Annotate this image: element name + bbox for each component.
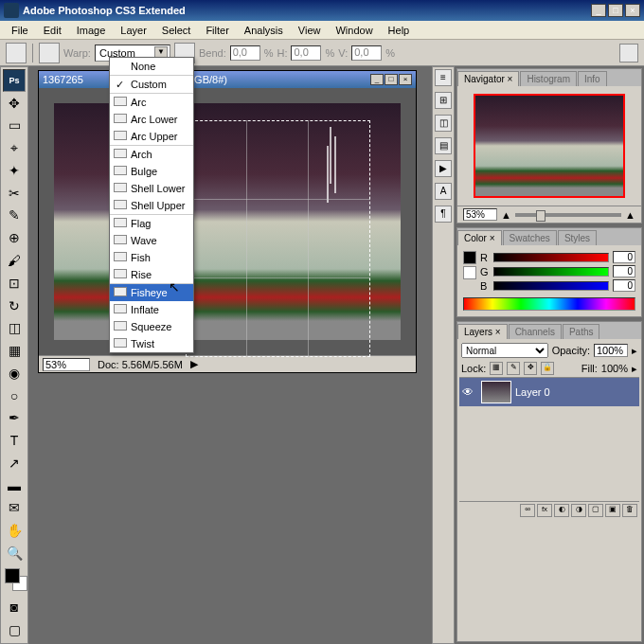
shape-tool[interactable]: ▬ xyxy=(3,474,26,497)
warp-fish[interactable]: Fish xyxy=(110,249,193,266)
warp-arc-upper[interactable]: Arc Upper xyxy=(110,128,193,146)
eyedropper-tool[interactable]: ✎ xyxy=(3,205,26,227)
menu-layer[interactable]: Layer xyxy=(113,23,154,38)
lock-move-icon[interactable]: ✥ xyxy=(524,362,537,375)
document-titlebar[interactable]: 1367265 % (Layer 0, RGB/8#) _ □ × xyxy=(39,71,416,88)
color-swatch[interactable] xyxy=(3,568,26,597)
warp-arc[interactable]: Arc xyxy=(110,94,193,111)
strip-clone-icon[interactable]: ⊞ xyxy=(435,92,452,109)
navigator-thumbnail[interactable] xyxy=(474,94,625,198)
b-slider[interactable] xyxy=(493,281,609,291)
color-fg-swatch[interactable] xyxy=(463,251,476,264)
layer-name[interactable]: Layer 0 xyxy=(515,386,550,398)
tab-paths[interactable]: Paths xyxy=(563,324,600,339)
blur-tool[interactable]: ◉ xyxy=(3,362,26,385)
warp-squeeze[interactable]: Squeeze xyxy=(110,318,193,335)
menu-analysis[interactable]: Analysis xyxy=(237,23,291,38)
history-brush-tool[interactable]: ↻ xyxy=(3,295,26,317)
warp-arch[interactable]: Arch xyxy=(110,146,193,163)
doc-maximize[interactable]: □ xyxy=(385,74,398,85)
zoom-tool[interactable]: 🔍 xyxy=(3,542,26,564)
tab-swatches[interactable]: Swatches xyxy=(503,230,557,245)
zoom-out-icon[interactable]: ▲ xyxy=(501,209,511,221)
wand-tool[interactable]: ✦ xyxy=(3,159,26,182)
warp-shell-upper[interactable]: Shell Upper xyxy=(110,197,193,215)
blend-mode-select[interactable]: Normal xyxy=(461,343,548,358)
tab-layers[interactable]: Layers × xyxy=(457,324,508,339)
opacity-field[interactable]: 100% xyxy=(594,344,628,357)
r-slider[interactable] xyxy=(493,253,609,262)
marquee-tool[interactable]: ▭ xyxy=(3,115,26,137)
tab-histogram[interactable]: Histogram xyxy=(520,71,577,86)
tab-navigator[interactable]: Navigator × xyxy=(457,71,519,86)
type-tool[interactable]: T xyxy=(3,429,26,452)
menu-help[interactable]: Help xyxy=(381,23,418,38)
lock-paint-icon[interactable]: ✎ xyxy=(507,362,520,375)
menu-window[interactable]: Window xyxy=(328,23,380,38)
canvas-image[interactable] xyxy=(54,103,401,340)
fill-field[interactable]: 100% xyxy=(601,363,628,374)
warp-wave[interactable]: Wave xyxy=(110,232,193,249)
strip-char-icon[interactable]: A xyxy=(435,183,452,200)
pen-tool[interactable]: ✒ xyxy=(3,406,26,429)
fx-icon[interactable]: fx xyxy=(537,504,552,517)
tab-info[interactable]: Info xyxy=(578,71,607,86)
menu-file[interactable]: File xyxy=(4,23,36,38)
zoom-in-icon[interactable]: ▲ xyxy=(625,209,635,221)
warp-rise[interactable]: Rise xyxy=(110,266,193,284)
menu-edit[interactable]: Edit xyxy=(36,23,69,38)
folder-icon[interactable]: ▢ xyxy=(588,504,603,517)
lasso-tool[interactable]: ⌖ xyxy=(3,136,26,159)
ps-logo-icon[interactable]: Ps xyxy=(3,69,26,92)
warp-inflate[interactable]: Inflate xyxy=(110,301,193,318)
warp-shell-lower[interactable]: Shell Lower xyxy=(110,180,193,197)
hand-tool[interactable]: ✋ xyxy=(3,519,26,542)
menu-view[interactable]: View xyxy=(291,23,329,38)
r-field[interactable]: 0 xyxy=(613,251,635,263)
lock-pixels-icon[interactable]: ▦ xyxy=(490,362,503,375)
warp-custom[interactable]: ✓Custom xyxy=(110,76,193,94)
screenmode-tool[interactable]: ▢ xyxy=(3,618,26,641)
quickmask-tool[interactable]: ◙ xyxy=(3,597,26,619)
minimize-button[interactable]: _ xyxy=(591,4,606,17)
brush-tool[interactable]: 🖌 xyxy=(3,249,26,272)
visibility-icon[interactable]: 👁 xyxy=(462,385,477,399)
nav-zoom-field[interactable]: 53% xyxy=(463,208,497,221)
warp-fisheye[interactable]: Fisheye xyxy=(110,284,193,301)
warp-none[interactable]: None xyxy=(110,58,193,76)
hue-ramp[interactable] xyxy=(463,297,635,311)
notes-tool[interactable]: ✉ xyxy=(3,497,26,520)
heal-tool[interactable]: ⊕ xyxy=(3,226,26,249)
bend-field[interactable]: 0,0 xyxy=(230,45,260,61)
doc-close[interactable]: × xyxy=(399,74,412,85)
color-bg-swatch[interactable] xyxy=(463,266,476,279)
menu-image[interactable]: Image xyxy=(69,23,114,38)
canvas[interactable] xyxy=(39,88,416,355)
strip-para-icon[interactable]: ¶ xyxy=(435,206,452,223)
strip-layers-icon[interactable]: ▤ xyxy=(435,137,452,154)
warp-twist[interactable]: Twist xyxy=(110,335,193,352)
gradient-tool[interactable]: ▦ xyxy=(3,339,26,362)
h-field[interactable]: 0,0 xyxy=(291,45,321,61)
status-arrow-icon[interactable]: ▶ xyxy=(190,358,198,370)
fill-arrow-icon[interactable]: ▸ xyxy=(632,363,637,375)
warp-flag[interactable]: Flag xyxy=(110,215,193,232)
crop-tool[interactable]: ✂ xyxy=(3,182,26,205)
warp-arc-lower[interactable]: Arc Lower xyxy=(110,111,193,128)
tab-color[interactable]: Color × xyxy=(457,230,502,245)
fg-color[interactable] xyxy=(5,568,20,583)
eraser-tool[interactable]: ◫ xyxy=(3,316,26,339)
move-tool[interactable]: ✥ xyxy=(3,92,26,115)
grid-icon[interactable] xyxy=(39,43,60,63)
warp-bulge[interactable]: Bulge xyxy=(110,163,193,180)
adjust-icon[interactable]: ◑ xyxy=(571,504,586,517)
opacity-arrow-icon[interactable]: ▸ xyxy=(632,345,637,357)
strip-tool-icon[interactable]: ◫ xyxy=(435,115,452,132)
menu-select[interactable]: Select xyxy=(154,23,199,38)
maximize-button[interactable]: □ xyxy=(608,4,623,17)
doc-minimize[interactable]: _ xyxy=(370,74,384,85)
layer-row[interactable]: 👁 Layer 0 xyxy=(459,378,639,406)
mask-icon[interactable]: ◐ xyxy=(554,504,569,517)
workspace-button[interactable] xyxy=(619,44,638,63)
dodge-tool[interactable]: ○ xyxy=(3,385,26,407)
